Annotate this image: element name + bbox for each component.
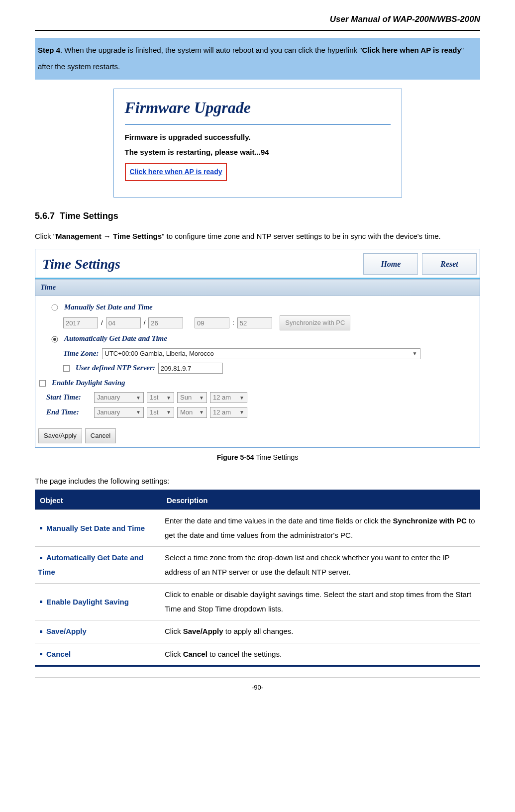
firmware-status-line1: Firmware is upgraded successfully. xyxy=(125,131,391,144)
chevron-down-icon: ▼ xyxy=(166,408,171,416)
start-day-select[interactable]: Sun▼ xyxy=(177,392,207,403)
chevron-down-icon: ▼ xyxy=(199,408,204,416)
desc-pre: Enter the date and time values in the da… xyxy=(165,516,393,525)
end-day-value: Mon xyxy=(180,407,193,418)
bullet-icon xyxy=(40,630,42,633)
day-input[interactable]: 26 xyxy=(148,317,183,328)
time-settings-panel: Time Settings Home Reset Time Manually S… xyxy=(35,249,480,448)
obj-label: Automatically Get Date and Time xyxy=(38,553,143,576)
table-row: Cancel Click Cancel to cancel the settin… xyxy=(35,643,480,666)
end-week-value: 1st xyxy=(150,407,158,418)
table-row: Enable Daylight Saving Click to enable o… xyxy=(35,584,480,620)
time-settings-title: Time Settings xyxy=(42,252,120,276)
chevron-down-icon: ▼ xyxy=(199,394,204,402)
year-input[interactable]: 2017 xyxy=(63,317,98,328)
auto-radio[interactable] xyxy=(51,333,58,344)
step4-label: Step 4 xyxy=(38,46,60,54)
start-week-select[interactable]: 1st▼ xyxy=(147,392,174,403)
daylight-label: Enable Daylight Saving xyxy=(52,377,125,390)
manual-radio[interactable] xyxy=(51,302,58,312)
table-intro: The page includes the following settings… xyxy=(35,475,480,488)
cancel-button[interactable]: Cancel xyxy=(85,428,116,443)
start-week-value: 1st xyxy=(150,392,158,403)
end-day-select[interactable]: Mon▼ xyxy=(177,407,207,418)
home-button[interactable]: Home xyxy=(363,253,418,275)
firmware-upgrade-panel: Firmware Upgrade Firmware is upgraded su… xyxy=(113,89,402,198)
end-week-select[interactable]: 1st▼ xyxy=(147,407,174,418)
desc-bold: Synchronize with PC xyxy=(393,516,467,525)
timezone-label: Time Zone: xyxy=(63,347,99,360)
chevron-down-icon: ▼ xyxy=(136,394,141,402)
firmware-ready-link[interactable]: Click here when AP is ready xyxy=(130,168,222,176)
slash1: / xyxy=(101,317,103,328)
start-month-value: January xyxy=(97,392,120,403)
firmware-link-highlight: Click here when AP is ready xyxy=(125,163,227,181)
desc-post: to apply all changes. xyxy=(223,627,294,635)
obj-label: Manually Set Date and Time xyxy=(46,524,145,532)
intro-path: Management → Time Settings xyxy=(56,232,162,240)
desc-post: to cancel the settings. xyxy=(207,650,282,658)
end-month-select[interactable]: January▼ xyxy=(94,407,144,418)
end-time-label: End Time: xyxy=(46,406,91,419)
time-section-header: Time xyxy=(35,279,480,296)
desc-bold: Cancel xyxy=(183,650,207,658)
table-row: Manually Set Date and Time Enter the dat… xyxy=(35,510,480,547)
settings-table: Object Description Manually Set Date and… xyxy=(35,490,480,667)
firmware-status-line2: The system is restarting, please wait...… xyxy=(125,146,391,159)
step4-bold: Click here when AP is ready xyxy=(362,46,461,54)
desc-pre: Click to enable or disable daylight savi… xyxy=(165,590,471,613)
start-time-label: Start Time: xyxy=(46,391,91,404)
ntp-checkbox[interactable] xyxy=(63,363,70,374)
slash2: / xyxy=(144,317,146,328)
manual-set-label: Manually Set Date and Time xyxy=(64,301,153,314)
svg-point-2 xyxy=(53,338,56,341)
reset-button[interactable]: Reset xyxy=(422,253,477,275)
save-apply-button[interactable]: Save/Apply xyxy=(38,428,82,443)
doc-header: User Manual of WAP-200N/WBS-200N xyxy=(35,12,480,31)
section-title: Time Settings xyxy=(60,211,118,221)
col-object: Object xyxy=(35,490,162,510)
section-number: 5.6.7 xyxy=(35,211,55,221)
figure-caption: Figure 5-54 Time Settings xyxy=(35,452,480,464)
bullet-icon xyxy=(40,601,42,603)
minute-input[interactable]: 52 xyxy=(237,317,272,328)
timezone-select[interactable]: UTC+00:00 Gambia, Liberia, Morocco ▼ xyxy=(102,348,420,359)
colon: : xyxy=(232,317,234,328)
step4-box: Step 4. When the upgrade is finished, th… xyxy=(35,38,480,80)
table-row: Save/Apply Click Save/Apply to apply all… xyxy=(35,620,480,643)
start-hour-select[interactable]: 12 am▼ xyxy=(210,392,247,403)
chevron-down-icon: ▼ xyxy=(166,394,171,402)
intro-post: " to configure time zone and NTP server … xyxy=(162,232,441,240)
sync-pc-button[interactable]: Synchronize with PC xyxy=(280,315,350,330)
chevron-down-icon: ▼ xyxy=(239,408,244,416)
ntp-label: User defined NTP Server: xyxy=(76,362,155,375)
end-hour-select[interactable]: 12 am▼ xyxy=(210,407,247,418)
bullet-icon xyxy=(40,527,42,529)
daylight-checkbox[interactable] xyxy=(39,378,46,389)
figure-label: Figure 5-54 xyxy=(217,453,254,461)
firmware-upgrade-title: Firmware Upgrade xyxy=(125,94,391,125)
desc-pre: Select a time zone from the drop-down li… xyxy=(165,553,450,576)
svg-rect-3 xyxy=(64,366,70,372)
desc-pre: Click xyxy=(165,627,183,635)
svg-point-0 xyxy=(52,304,58,310)
auto-get-label: Automatically Get Date and Time xyxy=(64,332,167,345)
month-input[interactable]: 04 xyxy=(106,317,141,328)
section-intro: Click "Management → Time Settings" to co… xyxy=(35,229,480,244)
bullet-icon xyxy=(40,653,42,655)
start-hour-value: 12 am xyxy=(213,392,231,403)
desc-bold: Save/Apply xyxy=(183,627,223,635)
start-month-select[interactable]: January▼ xyxy=(94,392,144,403)
start-day-value: Sun xyxy=(180,392,192,403)
col-description: Description xyxy=(162,490,480,510)
ntp-server-input[interactable]: 209.81.9.7 xyxy=(158,363,223,374)
bullet-icon xyxy=(40,557,42,559)
page-number: -90- xyxy=(35,678,480,693)
obj-label: Save/Apply xyxy=(46,627,87,635)
hour-input[interactable]: 09 xyxy=(195,317,229,328)
end-month-value: January xyxy=(97,407,120,418)
figure-text: Time Settings xyxy=(254,453,299,461)
svg-rect-4 xyxy=(40,380,46,386)
timezone-value: UTC+00:00 Gambia, Liberia, Morocco xyxy=(105,348,214,359)
obj-label: Cancel xyxy=(46,650,71,658)
